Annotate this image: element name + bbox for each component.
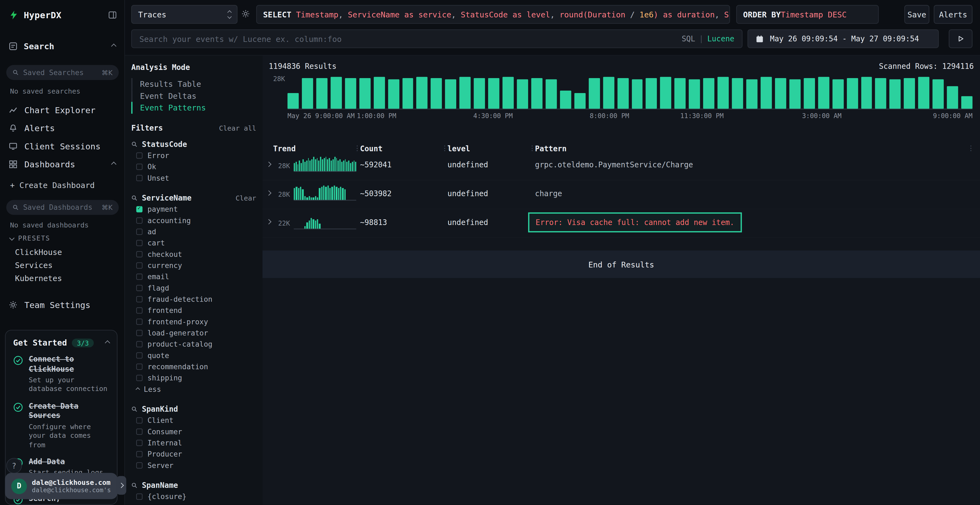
- sidebar-item-chart-explorer[interactable]: Chart Explorer: [9, 101, 116, 119]
- histogram-bar[interactable]: [431, 78, 442, 108]
- lucene-mode-button[interactable]: Lucene: [707, 34, 735, 43]
- user-menu[interactable]: D dale@clickhouse.com dale@clickhouse.co…: [5, 473, 117, 499]
- lucene-search-input[interactable]: Search your events w/ Lucene ex. column:…: [131, 29, 742, 48]
- get-started-item[interactable]: Connect to ClickHouseSet up your databas…: [13, 355, 110, 394]
- filter-option[interactable]: quote: [131, 350, 256, 361]
- table-options-icon[interactable]: ⋮: [967, 144, 974, 152]
- column-resize-handle[interactable]: ⋮: [529, 144, 535, 152]
- checkbox[interactable]: [136, 494, 143, 500]
- checkbox[interactable]: [136, 375, 143, 381]
- histogram-bar[interactable]: [703, 78, 714, 108]
- checkbox[interactable]: [136, 229, 143, 235]
- checkbox[interactable]: [136, 440, 143, 446]
- checkbox[interactable]: [136, 308, 143, 314]
- sql-mode-button[interactable]: SQL: [682, 34, 695, 43]
- checkbox[interactable]: [136, 418, 143, 424]
- histogram-bar[interactable]: [660, 77, 671, 108]
- checkbox[interactable]: [136, 218, 143, 224]
- histogram-bar[interactable]: [503, 77, 514, 108]
- run-query-button[interactable]: [949, 29, 972, 48]
- table-row[interactable]: 22K ~98813 undefined Error: Visa cache f…: [262, 209, 980, 238]
- histogram-bar[interactable]: [460, 77, 471, 108]
- checkbox[interactable]: [136, 152, 143, 159]
- histogram-bar[interactable]: [846, 78, 858, 108]
- filter-option[interactable]: Consumer: [131, 426, 256, 437]
- filter-option[interactable]: currency: [131, 260, 256, 271]
- filter-option[interactable]: shipping: [131, 372, 256, 383]
- filter-option[interactable]: frontend-proxy: [131, 316, 256, 327]
- histogram-bar[interactable]: [417, 77, 428, 108]
- histogram-bar[interactable]: [402, 78, 413, 108]
- checkbox[interactable]: [136, 330, 143, 336]
- filter-option[interactable]: accounting: [131, 215, 256, 226]
- get-started-header[interactable]: Get Started 3/3: [13, 338, 110, 347]
- histogram-bar[interactable]: [689, 79, 700, 109]
- row-expand-chevron-icon[interactable]: [266, 162, 271, 167]
- get-started-item[interactable]: Create Data SourcesConfigure where your …: [13, 402, 110, 450]
- filter-option[interactable]: email: [131, 271, 256, 282]
- checkbox[interactable]: [136, 262, 143, 268]
- histogram-bar[interactable]: [775, 78, 786, 108]
- histogram-bar[interactable]: [302, 78, 313, 108]
- sidebar-item-team-settings[interactable]: Team Settings: [9, 296, 116, 313]
- filter-option[interactable]: fraud-detection: [131, 294, 256, 305]
- filter-option[interactable]: Unset: [131, 173, 256, 184]
- filter-option[interactable]: flagd: [131, 283, 256, 294]
- checkbox[interactable]: [136, 240, 143, 246]
- saved-searches-input[interactable]: Saved Searches ⌘K: [6, 65, 119, 80]
- histogram-bar[interactable]: [359, 78, 370, 108]
- histogram-bar[interactable]: [531, 78, 542, 108]
- alerts-button[interactable]: Alerts: [934, 5, 972, 24]
- histogram-bar[interactable]: [488, 78, 499, 108]
- histogram-bar[interactable]: [932, 79, 944, 109]
- histogram-bar[interactable]: [803, 78, 815, 108]
- histogram-bar[interactable]: [603, 77, 614, 108]
- histogram-bar[interactable]: [961, 96, 972, 109]
- histogram-bar[interactable]: [388, 79, 399, 109]
- filter-option[interactable]: Internal: [131, 437, 256, 448]
- histogram-bar[interactable]: [675, 78, 686, 108]
- source-select[interactable]: Traces: [131, 5, 237, 24]
- highlighted-pattern-box[interactable]: Error: Visa cache full: cannot add new i…: [528, 213, 742, 232]
- checkbox[interactable]: [136, 451, 143, 457]
- checkbox[interactable]: [136, 251, 143, 257]
- preset-services[interactable]: Services: [15, 260, 52, 270]
- sidebar-collapse-icon[interactable]: [108, 11, 117, 19]
- histogram-bar[interactable]: [760, 77, 772, 108]
- histogram-bar[interactable]: [517, 79, 528, 109]
- histogram-bar[interactable]: [316, 78, 327, 108]
- filter-option[interactable]: Producer: [131, 448, 256, 460]
- histogram-bar[interactable]: [632, 79, 643, 109]
- histogram-bar[interactable]: [589, 78, 600, 108]
- analysis-mode-results-table[interactable]: Results Table: [131, 78, 256, 90]
- histogram-bar[interactable]: [445, 79, 456, 109]
- filter-option[interactable]: {closure}: [131, 491, 256, 502]
- help-button[interactable]: ?: [6, 458, 22, 473]
- sidebar-section-search[interactable]: Search: [9, 41, 116, 51]
- filter-option[interactable]: checkout: [131, 249, 256, 260]
- checkbox[interactable]: [136, 364, 143, 370]
- column-resize-handle[interactable]: ⋮: [441, 144, 448, 152]
- filter-option[interactable]: cart: [131, 237, 256, 248]
- preset-clickhouse[interactable]: ClickHouse: [15, 247, 62, 257]
- histogram-bar[interactable]: [560, 91, 571, 109]
- filter-option[interactable]: frontend: [131, 305, 256, 316]
- histogram-bar[interactable]: [818, 77, 829, 108]
- filter-option[interactable]: Error: [131, 150, 256, 161]
- checkbox[interactable]: [136, 429, 143, 435]
- checkbox[interactable]: [136, 296, 143, 302]
- checkbox[interactable]: [136, 341, 143, 348]
- histogram-bar[interactable]: [832, 79, 843, 109]
- filter-option[interactable]: Client: [131, 414, 256, 426]
- row-expand-chevron-icon[interactable]: [266, 219, 271, 224]
- saved-dashboards-input[interactable]: Saved Dashboards ⌘K: [6, 200, 119, 215]
- sql-select-editor[interactable]: SELECT Timestamp, ServiceName as service…: [256, 5, 730, 24]
- filter-option[interactable]: /flagd.evaluation.v1.Se: [131, 502, 256, 505]
- histogram-bar[interactable]: [546, 79, 557, 109]
- sidebar-item-dashboards[interactable]: Dashboards: [9, 156, 116, 173]
- date-range-picker[interactable]: May 26 09:09:54 - May 27 09:09:54: [748, 29, 939, 48]
- clear-filter-link[interactable]: Clear: [235, 194, 256, 202]
- checkbox[interactable]: [136, 175, 143, 181]
- histogram-bar[interactable]: [288, 93, 299, 109]
- histogram-bar[interactable]: [617, 78, 628, 108]
